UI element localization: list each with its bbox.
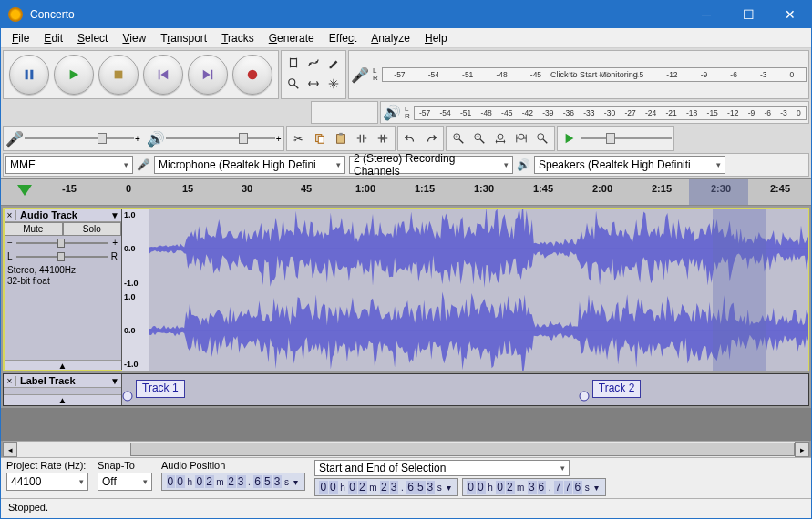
audio-position-field[interactable]: 00h02m23.653s▾ <box>161 473 305 491</box>
multi-tool[interactable] <box>324 74 344 94</box>
zoom-in-button[interactable] <box>448 128 468 148</box>
tracks-empty-area[interactable] <box>1 408 811 441</box>
silence-button[interactable] <box>373 128 393 148</box>
minimize-button[interactable]: ─ <box>685 1 727 28</box>
zoom-out-button[interactable] <box>469 128 489 148</box>
svg-point-9 <box>309 63 311 65</box>
play-at-speed-button[interactable] <box>560 128 580 148</box>
track-close-button[interactable]: × <box>4 210 16 220</box>
recording-channels-select[interactable]: 2 (Stereo) Recording Channels▾ <box>349 156 513 174</box>
selection-mode-select[interactable]: Start and End of Selection▾ <box>314 460 570 476</box>
undo-redo-toolbar <box>397 126 444 151</box>
track-collapse-button[interactable]: ▲ <box>4 394 121 405</box>
track-name[interactable]: Audio Track <box>16 209 108 221</box>
track-menu-button[interactable]: ▼ <box>108 376 121 386</box>
playback-volume-slider[interactable] <box>166 132 275 145</box>
selection-tool[interactable] <box>283 53 303 73</box>
track-name[interactable]: Label Track <box>16 374 108 387</box>
vertical-scale[interactable]: 1.00.0-1.0 <box>122 209 149 290</box>
solo-button[interactable]: Solo <box>63 222 122 236</box>
label-handle[interactable] <box>122 389 133 400</box>
draw-tool[interactable] <box>324 53 344 73</box>
svg-rect-3 <box>115 71 123 79</box>
snap-to-label: Snap-To <box>98 460 152 471</box>
scrollbar-thumb[interactable] <box>130 443 795 456</box>
recording-device-select[interactable]: Microphone (Realtek High Defini▾ <box>154 156 345 174</box>
label-track-area[interactable]: Track 1Track 2 <box>122 374 808 405</box>
menu-view[interactable]: View <box>115 30 153 46</box>
playback-speed-slider[interactable] <box>581 132 672 145</box>
snap-to-select[interactable]: Off▾ <box>98 473 152 491</box>
project-rate-select[interactable]: 44100▾ <box>6 473 88 491</box>
menu-select[interactable]: Select <box>70 30 115 46</box>
stop-button[interactable] <box>98 55 139 95</box>
undo-button[interactable] <box>400 128 420 148</box>
menu-tracks[interactable]: Tracks <box>214 30 262 46</box>
waveform-channel-left[interactable]: 1.00.0-1.0 <box>122 209 808 290</box>
fit-project-button[interactable] <box>511 128 531 148</box>
playback-meter[interactable]: 🔊 LR -57-54-51-48-45-42-39-36-33-30-27-2… <box>380 101 809 124</box>
track-menu-button[interactable]: ▼ <box>108 210 121 220</box>
playback-device-select[interactable]: Speakers (Realtek High Definiti▾ <box>534 156 725 174</box>
label-handle[interactable] <box>579 389 590 400</box>
fit-selection-button[interactable] <box>490 128 510 148</box>
svg-point-22 <box>519 134 524 139</box>
scroll-left-button[interactable]: ◂ <box>3 442 17 457</box>
svg-rect-0 <box>26 70 28 80</box>
menu-generate[interactable]: Generate <box>262 30 322 46</box>
tools-toolbar <box>281 50 346 99</box>
track-close-button[interactable]: × <box>4 376 16 386</box>
selection-toolbar: Project Rate (Hz): 44100▾ Snap-To Off▾ A… <box>1 457 811 498</box>
track-collapse-button[interactable]: ▲ <box>4 360 121 371</box>
paste-button[interactable] <box>331 128 351 148</box>
speaker-icon: 🔊 <box>383 104 401 121</box>
timeline-ruler[interactable]: -1501530451:001:151:301:452:002:152:302:… <box>1 178 811 206</box>
selection-start-field[interactable]: 00h02m23.653s▾ <box>314 478 458 496</box>
label-text[interactable]: Track 1 <box>136 380 185 398</box>
cut-button[interactable]: ✂ <box>289 128 309 148</box>
audio-track: × Audio Track ▼ Mute Solo −+ LR Stereo, … <box>3 208 809 371</box>
zoom-tool[interactable] <box>283 74 303 94</box>
redo-button[interactable] <box>421 128 441 148</box>
vertical-scale[interactable]: 1.00.0-1.0 <box>122 290 149 371</box>
play-button[interactable] <box>54 55 94 95</box>
trim-button[interactable] <box>352 128 372 148</box>
menu-help[interactable]: Help <box>417 30 455 46</box>
audio-host-select[interactable]: MME▾ <box>5 156 133 174</box>
svg-rect-16 <box>339 133 343 136</box>
label-text[interactable]: Track 2 <box>592 380 642 398</box>
record-button[interactable] <box>232 55 272 95</box>
recording-meter-scale[interactable]: -57-54-51-48-45-42 Click to Start Monito… <box>382 67 807 82</box>
mic-icon: 🎤 <box>351 66 369 84</box>
timeshift-tool[interactable] <box>303 74 324 94</box>
track-gain-slider[interactable] <box>16 239 108 248</box>
recording-volume-slider[interactable] <box>25 132 134 145</box>
svg-rect-7 <box>211 70 213 80</box>
menu-edit[interactable]: Edit <box>36 30 70 46</box>
skip-start-button[interactable] <box>143 55 183 95</box>
zoom-toggle-button[interactable] <box>532 128 552 148</box>
playback-meter-scale[interactable]: -57-54-51-48-45-42-39-36-33-30-27-24-21-… <box>414 106 807 120</box>
waveform-channel-right[interactable]: 1.00.0-1.0 <box>122 290 808 371</box>
close-button[interactable]: ✕ <box>769 1 811 28</box>
menu-file[interactable]: File <box>5 30 36 46</box>
transport-toolbar <box>3 50 279 99</box>
menu-transport[interactable]: Transport <box>153 30 214 46</box>
maximize-button[interactable]: ☐ <box>727 1 769 28</box>
status-bar: Stopped. <box>1 498 811 518</box>
titlebar: Concerto ─ ☐ ✕ <box>1 1 811 28</box>
pause-button[interactable] <box>9 55 49 95</box>
menu-analyze[interactable]: Analyze <box>364 30 417 46</box>
skip-end-button[interactable] <box>188 55 228 95</box>
svg-line-12 <box>294 85 298 88</box>
selection-end-field[interactable]: 00h02m36.776s▾ <box>462 478 606 496</box>
mute-button[interactable]: Mute <box>4 222 63 236</box>
copy-button[interactable] <box>310 128 330 148</box>
start-monitoring-text[interactable]: Click to Start Monitoring <box>549 70 640 79</box>
recording-meter[interactable]: 🎤 LR -57-54-51-48-45-42 Click to Start M… <box>348 50 809 99</box>
scroll-right-button[interactable]: ▸ <box>795 442 809 457</box>
menu-effect[interactable]: Effect <box>322 30 364 46</box>
horizontal-scrollbar[interactable]: ◂ ▸ <box>3 441 809 457</box>
envelope-tool[interactable] <box>303 53 324 73</box>
track-pan-slider[interactable] <box>16 252 108 261</box>
